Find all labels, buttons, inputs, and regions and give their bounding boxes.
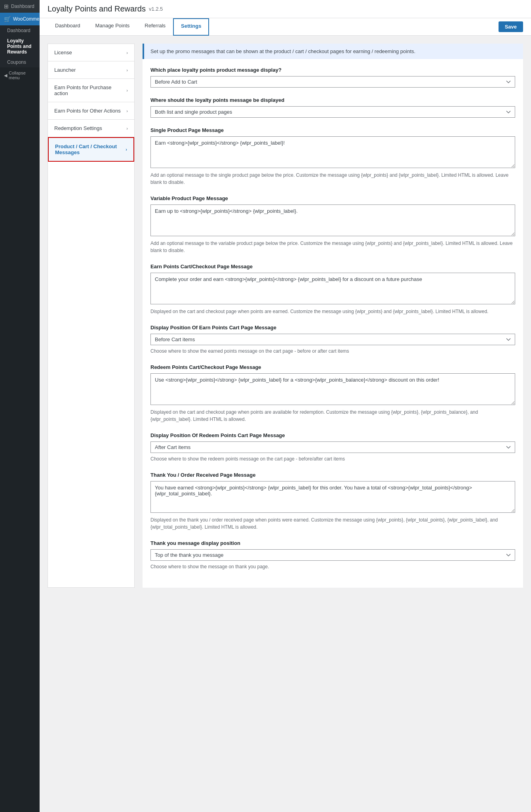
hint-earn-cart: Displayed on the cart and checkout page … [150, 308, 515, 315]
sidebar-item-dashboard[interactable]: ⊞ Dashboard [0, 0, 40, 13]
tab-referrals[interactable]: Referrals [137, 18, 173, 35]
tab-manage-points[interactable]: Manage Points [88, 18, 137, 35]
label-where-display: Where should the loyalty points message … [150, 97, 515, 103]
sidebar-submenu: Dashboard Loyalty Points and Rewards Cou… [0, 25, 40, 67]
left-navigation: License › Launcher › Earn Points for Pur… [48, 44, 135, 588]
label-variable-product: Variable Product Page Message [150, 195, 515, 201]
woocommerce-icon: 🛒 [4, 16, 11, 22]
sidebar-submenu-loyalty[interactable]: Loyalty Points and Rewards [0, 36, 40, 57]
tabs-action-area: Save [499, 18, 523, 35]
select-thank-you-position[interactable]: Top of the thank you message Bottom of t… [150, 549, 515, 561]
section-earn-cart-position: Display Position Of Earn Points Cart Pag… [150, 325, 515, 355]
dashboard-icon: ⊞ [4, 3, 9, 10]
hint-redeem-cart-position: Choose where to show the redeem points m… [150, 455, 515, 462]
chevron-right-icon: › [126, 109, 128, 113]
label-redeem-cart: Redeem Points Cart/Checkout Page Message [150, 364, 515, 370]
textarea-thank-you[interactable]: You have earned <strong>{wlpr_points}</s… [150, 481, 515, 513]
collapse-icon: ◀ [4, 73, 7, 78]
left-nav-earn-purchase[interactable]: Earn Points for Purchase action › [48, 79, 134, 102]
tab-settings[interactable]: Settings [173, 18, 209, 36]
hint-variable-product: Add an optional message to the variable … [150, 240, 515, 254]
select-redeem-cart-position[interactable]: Before Cart items After Cart items [150, 441, 515, 453]
tab-dashboard[interactable]: Dashboard [48, 18, 88, 35]
right-panel: Set up the promo messages that can be sh… [143, 44, 523, 588]
content-area: License › Launcher › Earn Points for Pur… [40, 36, 531, 596]
hint-single-product: Add an optional message to the single pr… [150, 172, 515, 186]
page-title: Loyalty Points and Rewards [48, 4, 146, 13]
sidebar-submenu-dashboard[interactable]: Dashboard [0, 25, 40, 36]
label-thank-you-position: Thank you message display position [150, 540, 515, 546]
select-where-display[interactable]: Both list and single product pages Singl… [150, 106, 515, 118]
sidebar: ⊞ Dashboard 🛒 WooCommerce Dashboard Loya… [0, 0, 40, 812]
tabs-bar: Dashboard Manage Points Referrals Settin… [40, 18, 531, 36]
panel-description: Set up the promo messages that can be sh… [143, 44, 523, 59]
section-thank-you-position: Thank you message display position Top o… [150, 540, 515, 570]
sidebar-submenu-coupons[interactable]: Coupons [0, 57, 40, 67]
section-redeem-cart: Redeem Points Cart/Checkout Page Message… [150, 364, 515, 423]
label-which-place: Which place loyalty points product messa… [150, 67, 515, 73]
chevron-right-icon: › [126, 126, 128, 131]
textarea-single-product[interactable]: Earn <strong>{wlpr_points}</strong> {wlp… [150, 136, 515, 168]
chevron-right-icon: › [126, 50, 128, 55]
panel-form: Which place loyalty points product messa… [143, 67, 523, 588]
chevron-right-icon: › [126, 88, 128, 93]
main-content: Loyalty Points and Rewards v1.2.5 Dashbo… [40, 0, 531, 812]
label-earn-cart-position: Display Position Of Earn Points Cart Pag… [150, 325, 515, 331]
select-which-place[interactable]: Before Add to Cart After Add to Cart Bef… [150, 76, 515, 88]
select-earn-cart-position[interactable]: Before Cart items After Cart items [150, 334, 515, 345]
hint-thank-you-position: Choose where to show the message on than… [150, 563, 515, 570]
left-nav-launcher[interactable]: Launcher › [48, 61, 134, 79]
page-version: v1.2.5 [149, 6, 163, 12]
hint-redeem-cart: Displayed on the cart and checkout page … [150, 409, 515, 423]
section-thank-you: Thank You / Order Received Page Message … [150, 472, 515, 531]
label-single-product: Single Product Page Message [150, 127, 515, 133]
hint-thank-you: Displayed on the thank you / order recei… [150, 516, 515, 531]
save-button[interactable]: Save [499, 21, 523, 32]
label-redeem-cart-position: Display Position Of Redeem Points Cart P… [150, 432, 515, 438]
left-nav-redemption[interactable]: Redemption Settings › [48, 120, 134, 137]
hint-earn-cart-position: Choose where to show the earned points m… [150, 348, 515, 355]
section-redeem-cart-position: Display Position Of Redeem Points Cart P… [150, 432, 515, 462]
textarea-variable-product[interactable]: Earn up to <strong>{wlpr_points}</strong… [150, 204, 515, 236]
sidebar-item-woocommerce[interactable]: 🛒 WooCommerce [0, 13, 40, 25]
section-single-product: Single Product Page Message Earn <strong… [150, 127, 515, 186]
collapse-menu-button[interactable]: ◀ Collapse menu [0, 67, 40, 83]
chevron-right-icon: › [126, 68, 128, 73]
left-nav-product-cart[interactable]: Product / Cart / Checkout Messages › [48, 137, 134, 162]
sidebar-item-dashboard-label: Dashboard [11, 4, 34, 9]
left-nav-earn-other[interactable]: Earn Points for Other Actions › [48, 102, 134, 120]
topbar: Loyalty Points and Rewards v1.2.5 [40, 0, 531, 18]
label-thank-you: Thank You / Order Received Page Message [150, 472, 515, 478]
chevron-right-icon: › [126, 147, 127, 152]
section-variable-product: Variable Product Page Message Earn up to… [150, 195, 515, 254]
section-where-display: Where should the loyalty points message … [150, 97, 515, 118]
textarea-earn-cart[interactable]: Complete your order and earn <strong>{wl… [150, 273, 515, 304]
label-earn-cart: Earn Points Cart/Checkout Page Message [150, 264, 515, 269]
left-nav-license[interactable]: License › [48, 44, 134, 61]
section-which-place: Which place loyalty points product messa… [150, 67, 515, 88]
section-earn-cart: Earn Points Cart/Checkout Page Message C… [150, 264, 515, 315]
textarea-redeem-cart[interactable]: Use <strong>{wlpr_points}</strong> {wlpr… [150, 373, 515, 405]
